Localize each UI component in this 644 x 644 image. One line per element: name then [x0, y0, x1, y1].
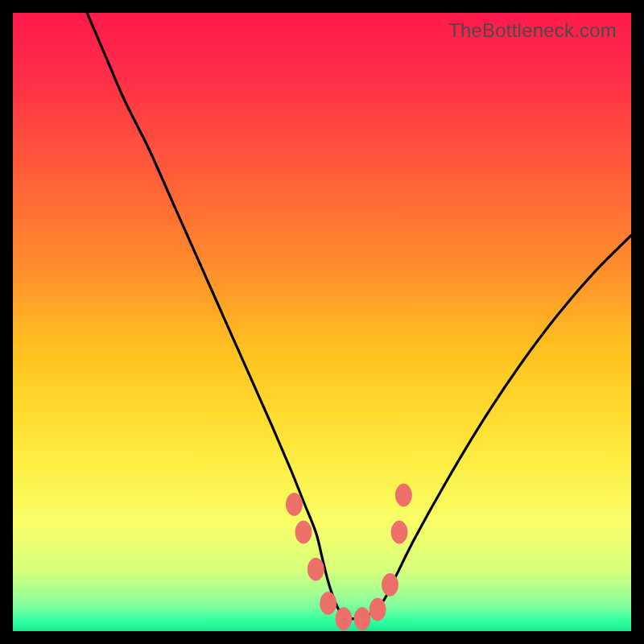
curve-marker [286, 493, 302, 516]
curve-marker [308, 558, 324, 580]
curve-marker [320, 592, 336, 614]
gradient-background [13, 13, 631, 631]
curve-marker [354, 608, 370, 630]
curve-marker [395, 484, 411, 506]
curve-marker [382, 573, 398, 596]
watermark-text: TheBottleneck.com [448, 19, 617, 42]
curve-marker [295, 521, 312, 543]
curve-marker [391, 521, 407, 543]
curve-marker [336, 608, 352, 630]
chart-frame: TheBottleneck.com [13, 13, 631, 631]
curve-marker [369, 598, 386, 621]
bottleneck-plot [13, 13, 631, 631]
